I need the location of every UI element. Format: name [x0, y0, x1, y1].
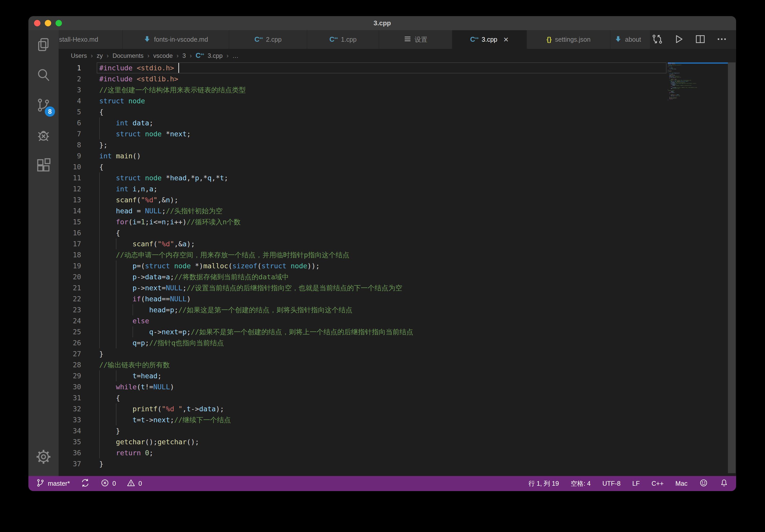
line-number[interactable]: 25 — [59, 326, 99, 337]
code-line-25[interactable]: 25 q->next=p;//如果不是第一个创建的结点，则将上一个结点的后继指针… — [59, 326, 736, 337]
code-line-30[interactable]: 30 while(t!=NULL) — [59, 381, 736, 392]
code-line-12[interactable]: 12 int i,n,a; — [59, 184, 736, 195]
code-line-5[interactable]: 5{ — [59, 106, 736, 117]
line-number[interactable]: 23 — [59, 304, 99, 315]
code-line-9[interactable]: 9int main() — [59, 150, 736, 161]
line-number[interactable]: 34 — [59, 425, 99, 436]
breadcrumb-item[interactable]: vscode — [153, 52, 173, 59]
code-line-26[interactable]: 26 q=p;//指针q也指向当前结点 — [59, 337, 736, 348]
line-number[interactable]: 12 — [59, 184, 99, 195]
tab-2.cpp[interactable]: C++2.cpp — [229, 30, 307, 49]
code-line-37[interactable]: 37} — [59, 458, 736, 469]
line-number[interactable]: 9 — [59, 150, 99, 161]
code-line-21[interactable]: 21 p->next=NULL;//设置当前结点的后继指针指向空，也就是当前结点… — [59, 282, 736, 293]
status-行-1-列-19[interactable]: 行 1, 列 19 — [528, 479, 559, 488]
code-editor[interactable]: 1#include <stdio.h>2#include <stdlib.h>3… — [59, 62, 736, 476]
line-number[interactable]: 5 — [59, 106, 99, 117]
code-line-15[interactable]: 15 for(i=1;i<=n;i++)//循环读入n个数 — [59, 217, 736, 228]
code-line-3[interactable]: 3//这里创建一个结构体用来表示链表的结点类型 — [59, 84, 736, 95]
code-line-7[interactable]: 7 struct node *next; — [59, 128, 736, 139]
tab-3.cpp[interactable]: C++3.cpp✕ — [452, 30, 527, 49]
line-number[interactable]: 18 — [59, 250, 99, 261]
line-number[interactable]: 20 — [59, 271, 99, 282]
breadcrumb-item[interactable]: Users — [71, 52, 87, 59]
code-line-32[interactable]: 32 printf("%d ",t->data); — [59, 403, 736, 414]
line-number[interactable]: 29 — [59, 370, 99, 381]
breadcrumb-item[interactable]: Documents — [113, 52, 144, 59]
status-branch[interactable]: master* — [36, 479, 70, 489]
line-number[interactable]: 24 — [59, 315, 99, 326]
code-line-13[interactable]: 13 scanf("%d",&n); — [59, 195, 736, 206]
line-number[interactable]: 32 — [59, 403, 99, 414]
code-line-6[interactable]: 6 int data; — [59, 117, 736, 128]
open-changes-icon[interactable] — [652, 34, 663, 46]
line-number[interactable]: 15 — [59, 217, 99, 228]
line-number[interactable]: 21 — [59, 282, 99, 293]
activity-bar-extensions[interactable] — [28, 151, 59, 181]
tab-设置[interactable]: 设置 — [379, 30, 452, 49]
line-number[interactable]: 2 — [59, 73, 99, 84]
code-line-11[interactable]: 11 struct node *head,*p,*q,*t; — [59, 172, 736, 184]
code-line-35[interactable]: 35 getchar();getchar(); — [59, 436, 736, 447]
tab-settings.json[interactable]: {}settings.json — [527, 30, 610, 49]
status-UTF-8[interactable]: UTF-8 — [602, 480, 620, 487]
tab-about[interactable]: about — [610, 30, 650, 49]
line-number[interactable]: 22 — [59, 293, 99, 304]
code-line-18[interactable]: 18 //动态申请一个内存空间，用来存放一个结点，并用临时指针p指向这个结点 — [59, 250, 736, 261]
code-line-16[interactable]: 16 { — [59, 228, 736, 239]
status-C++[interactable]: C++ — [652, 480, 664, 487]
code-line-28[interactable]: 28//输出链表中的所有数 — [59, 359, 736, 370]
code-line-31[interactable]: 31 { — [59, 392, 736, 403]
line-number[interactable]: 8 — [59, 139, 99, 150]
breadcrumb-item[interactable]: 3 — [183, 52, 186, 59]
line-number[interactable]: 13 — [59, 195, 99, 206]
breadcrumb-item[interactable]: zy — [97, 52, 103, 59]
code-line-34[interactable]: 34 } — [59, 425, 736, 436]
close-tab-icon[interactable]: ✕ — [503, 36, 509, 43]
activity-bar-source-control[interactable]: 8 — [28, 91, 59, 121]
minimize-window-button[interactable] — [45, 20, 51, 26]
line-number[interactable]: 33 — [59, 414, 99, 425]
line-number[interactable]: 26 — [59, 337, 99, 348]
code-line-29[interactable]: 29 t=head; — [59, 370, 736, 381]
code-line-33[interactable]: 33 t=t->next;//继续下一个结点 — [59, 414, 736, 425]
zoom-window-button[interactable] — [56, 20, 62, 26]
line-number[interactable]: 10 — [59, 161, 99, 172]
line-number[interactable]: 14 — [59, 206, 99, 217]
code-line-10[interactable]: 10{ — [59, 161, 736, 172]
activity-bar-search[interactable] — [28, 60, 59, 91]
tab-stall-Hexo.md[interactable]: stall-Hexo.md — [59, 30, 123, 49]
breadcrumb-symbol[interactable]: … — [232, 52, 239, 59]
code-line-24[interactable]: 24 else — [59, 315, 736, 326]
line-number[interactable]: 35 — [59, 436, 99, 447]
line-number[interactable]: 27 — [59, 348, 99, 359]
activity-bar-files[interactable] — [28, 30, 59, 60]
line-number[interactable]: 19 — [59, 261, 99, 271]
line-number[interactable]: 6 — [59, 117, 99, 128]
line-number[interactable]: 7 — [59, 128, 99, 139]
line-number[interactable]: 1 — [59, 62, 99, 73]
code-line-17[interactable]: 17 scanf("%d",&a); — [59, 239, 736, 250]
line-number[interactable]: 37 — [59, 458, 99, 469]
code-line-23[interactable]: 23 head=p;//如果这是第一个创建的结点，则将头指针指向这个结点 — [59, 304, 736, 315]
code-line-1[interactable]: 1#include <stdio.h> — [59, 62, 736, 73]
line-number[interactable]: 28 — [59, 359, 99, 370]
line-number[interactable]: 36 — [59, 447, 99, 458]
tab-fonts-in-vscode.md[interactable]: fonts-in-vscode.md — [123, 30, 229, 49]
more-actions-icon[interactable] — [716, 34, 727, 46]
close-window-button[interactable] — [34, 20, 40, 26]
status-Mac[interactable]: Mac — [675, 480, 687, 487]
code-line-8[interactable]: 8}; — [59, 139, 736, 150]
line-number[interactable]: 4 — [59, 95, 99, 106]
vertical-scrollbar[interactable] — [728, 62, 736, 473]
status-LF[interactable]: LF — [632, 480, 640, 487]
code-line-36[interactable]: 36 return 0; — [59, 447, 736, 458]
code-line-27[interactable]: 27} — [59, 348, 736, 359]
line-number[interactable]: 17 — [59, 239, 99, 250]
split-editor-icon[interactable] — [695, 34, 706, 46]
code-line-22[interactable]: 22 if(head==NULL) — [59, 293, 736, 304]
status-空格-4[interactable]: 空格: 4 — [571, 479, 591, 488]
status-sync[interactable] — [81, 478, 90, 489]
line-number[interactable]: 30 — [59, 381, 99, 392]
line-number[interactable]: 11 — [59, 172, 99, 184]
